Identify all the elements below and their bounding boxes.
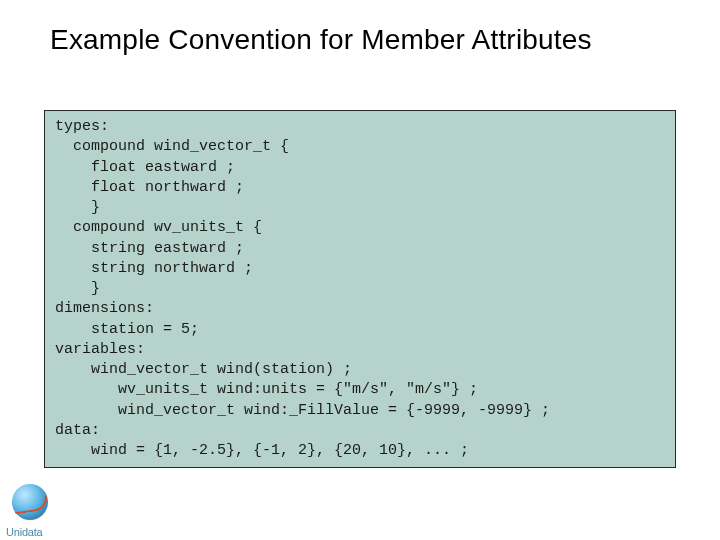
code-line: wind_vector_t wind:_FillValue = {-9999, …	[55, 402, 550, 419]
slide-title: Example Convention for Member Attributes	[50, 24, 690, 56]
code-line: station = 5;	[55, 321, 199, 338]
code-line: types:	[55, 118, 109, 135]
code-line: wv_units_t wind:units = {"m/s", "m/s"} ;	[55, 381, 478, 398]
code-line: dimensions:	[55, 300, 154, 317]
code-line: float eastward ;	[55, 159, 235, 176]
globe-icon	[12, 484, 48, 520]
code-line: data:	[55, 422, 100, 439]
code-line: }	[55, 199, 100, 216]
code-line: compound wind_vector_t {	[55, 138, 289, 155]
swoosh-icon	[13, 496, 49, 515]
code-content: types: compound wind_vector_t { float ea…	[55, 117, 665, 461]
code-line: string eastward ;	[55, 240, 244, 257]
code-line: wind_vector_t wind(station) ;	[55, 361, 352, 378]
code-line: wind = {1, -2.5}, {-1, 2}, {20, 10}, ...…	[55, 442, 469, 459]
brand-text: Unidata	[6, 526, 43, 538]
code-line: float northward ;	[55, 179, 244, 196]
slide: Example Convention for Member Attributes…	[0, 0, 720, 540]
code-line: compound wv_units_t {	[55, 219, 262, 236]
code-line: }	[55, 280, 100, 297]
unidata-logo: Unidata	[6, 484, 66, 536]
code-line: variables:	[55, 341, 145, 358]
code-line: string northward ;	[55, 260, 253, 277]
code-block: types: compound wind_vector_t { float ea…	[44, 110, 676, 468]
